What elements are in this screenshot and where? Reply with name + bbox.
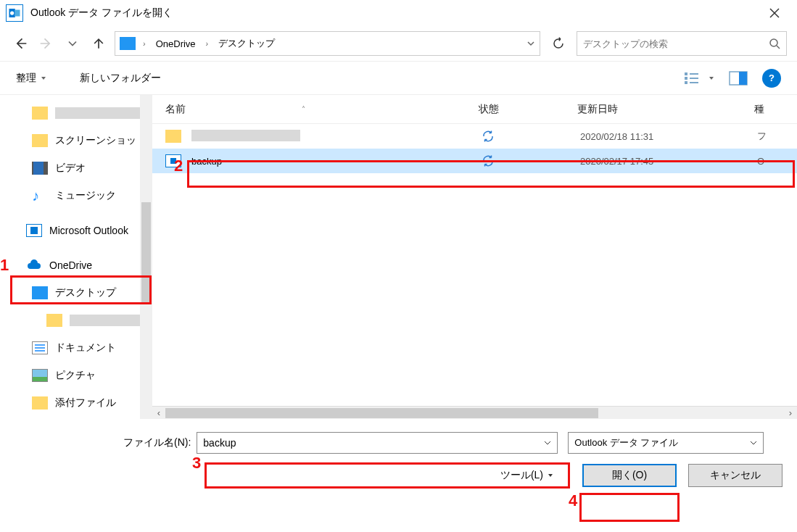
svg-rect-14 xyxy=(739,72,747,85)
forward-button[interactable] xyxy=(36,33,57,54)
back-button[interactable] xyxy=(10,33,30,54)
refresh-button[interactable] xyxy=(546,31,571,56)
file-type: フ xyxy=(757,130,767,143)
redacted-text xyxy=(55,107,140,119)
desktop-icon xyxy=(32,286,48,299)
view-mode-button[interactable] xyxy=(684,71,714,86)
cloud-icon xyxy=(26,259,42,272)
tree-item[interactable]: ドキュメント xyxy=(0,334,140,362)
window-title: Outlook データ ファイルを開く xyxy=(30,7,758,20)
breadcrumb-onedrive[interactable]: OneDrive xyxy=(153,37,199,51)
column-type[interactable]: 種 xyxy=(754,103,797,116)
chevron-down-icon xyxy=(750,439,757,446)
filename-label: ファイル名(N): xyxy=(123,436,191,449)
tree-item-label: OneDrive xyxy=(49,259,92,271)
tree-item[interactable]: スクリーンショット xyxy=(0,127,140,154)
file-date: 2020/02/18 11:31 xyxy=(580,131,757,142)
file-name xyxy=(191,130,482,144)
filetype-label: Outlook データ ファイル xyxy=(574,436,678,449)
video-icon xyxy=(32,162,48,175)
recent-dropdown[interactable] xyxy=(62,33,83,54)
svg-point-5 xyxy=(770,39,777,46)
outlook-app-icon xyxy=(6,4,23,22)
sidebar-scrollbar[interactable] xyxy=(140,95,152,419)
folder-icon xyxy=(46,314,62,327)
tree-item-label: Microsoft Outlook xyxy=(49,225,128,236)
svg-line-6 xyxy=(777,46,780,49)
file-name: backup xyxy=(191,156,482,167)
tree-item-label: 添付ファイル xyxy=(55,396,116,410)
cancel-button[interactable]: キャンセル xyxy=(688,464,782,487)
preview-pane-button[interactable] xyxy=(729,71,748,86)
column-date[interactable]: 更新日時 xyxy=(577,103,754,116)
document-icon xyxy=(32,341,48,354)
tree-item[interactable]: デスクトップ xyxy=(0,279,140,307)
help-button[interactable]: ? xyxy=(762,69,781,88)
sync-icon xyxy=(482,130,580,143)
breadcrumb-desktop[interactable]: デスクトップ xyxy=(215,36,278,51)
file-row[interactable]: 2020/02/18 11:31フ xyxy=(152,124,797,149)
filename-combobox[interactable] xyxy=(197,432,558,454)
tree-item-label: ピクチャ xyxy=(55,369,96,382)
tree-item[interactable]: Microsoft Outlook xyxy=(0,217,140,244)
tree-item-label: デスクトップ xyxy=(55,286,116,299)
svg-rect-9 xyxy=(685,81,687,84)
search-input[interactable] xyxy=(583,38,769,49)
chevron-right-icon: › xyxy=(143,39,146,48)
tree-item-label: ミュージック xyxy=(55,189,116,202)
search-box[interactable] xyxy=(577,31,787,56)
tree-item-label: スクリーンショット xyxy=(55,134,140,147)
open-button[interactable]: 開く(O) xyxy=(582,464,677,487)
sync-icon xyxy=(482,154,580,167)
column-name[interactable]: 名前˄ xyxy=(165,103,479,116)
tree-item[interactable]: ピクチャ xyxy=(0,362,140,389)
outlook-icon xyxy=(26,224,42,237)
tree-item[interactable]: 添付ファイル xyxy=(0,389,140,417)
chevron-right-icon: › xyxy=(206,39,209,48)
tree-item[interactable]: ♪ミュージック xyxy=(0,182,140,209)
column-headers: 名前˄ 状態 更新日時 種 xyxy=(152,95,797,124)
desktop-icon xyxy=(120,37,136,50)
new-folder-button[interactable]: 新しいフォルダー xyxy=(80,72,161,85)
column-state[interactable]: 状態 xyxy=(479,103,577,116)
address-dropdown[interactable] xyxy=(526,39,535,48)
filetype-select[interactable]: Outlook データ ファイル xyxy=(568,432,764,454)
filename-input[interactable] xyxy=(203,437,544,449)
annotation-box-4 xyxy=(579,493,680,522)
search-icon[interactable] xyxy=(769,38,780,49)
tree-item[interactable]: ビデオ xyxy=(0,154,140,182)
sort-indicator-icon: ˄ xyxy=(302,105,305,113)
address-bar[interactable]: › OneDrive › デスクトップ xyxy=(115,31,540,56)
tree-item[interactable] xyxy=(0,307,140,334)
file-row[interactable]: backup2020/02/17 17:45O xyxy=(152,149,797,173)
scroll-right-icon[interactable]: › xyxy=(784,407,797,418)
svg-rect-8 xyxy=(685,77,687,80)
svg-rect-7 xyxy=(685,72,687,75)
organize-label: 整理 xyxy=(16,72,36,85)
close-button[interactable] xyxy=(758,0,791,26)
tree-item-label: ビデオ xyxy=(55,162,86,175)
music-icon: ♪ xyxy=(32,188,48,204)
tree-item-label: ドキュメント xyxy=(55,341,116,354)
file-type: O xyxy=(757,156,764,167)
folder-icon xyxy=(32,396,48,410)
tree-item[interactable]: OneDrive xyxy=(0,252,140,279)
tree-item[interactable] xyxy=(0,99,140,127)
folder-icon xyxy=(165,130,181,143)
file-date: 2020/02/17 17:45 xyxy=(580,156,757,167)
svg-point-2 xyxy=(10,11,14,14)
redacted-text xyxy=(70,315,140,326)
outlook-file-icon xyxy=(165,154,181,167)
organize-menu[interactable]: 整理 xyxy=(16,72,46,85)
tools-menu[interactable]: ツール(L) xyxy=(500,469,553,482)
chevron-down-icon[interactable] xyxy=(544,439,551,446)
horizontal-scrollbar[interactable]: ‹ › xyxy=(152,406,797,419)
tools-label: ツール(L) xyxy=(500,469,543,482)
folder-icon xyxy=(32,107,48,120)
file-list: 2020/02/18 11:31フbackup2020/02/17 17:45O xyxy=(152,124,797,173)
folder-tree: スクリーンショットビデオ♪ミュージックMicrosoft OutlookOneD… xyxy=(0,95,140,419)
svg-rect-1 xyxy=(15,10,20,17)
scroll-left-icon[interactable]: ‹ xyxy=(152,407,165,418)
folder-icon xyxy=(32,134,48,147)
up-button[interactable] xyxy=(88,33,109,54)
